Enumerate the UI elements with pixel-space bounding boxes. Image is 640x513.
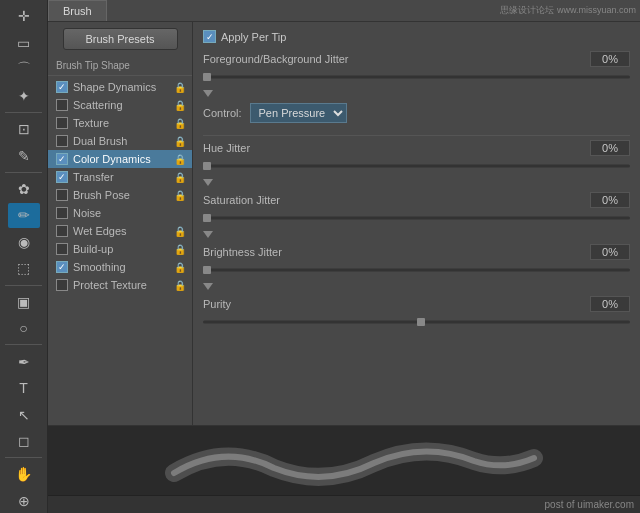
texture-checkbox[interactable]	[56, 117, 68, 129]
triangle-marker-1	[203, 90, 213, 97]
shape-dynamics-checkbox[interactable]	[56, 81, 68, 93]
crop-tool[interactable]: ⊡	[8, 117, 40, 142]
transfer-checkbox[interactable]	[56, 171, 68, 183]
brush-preview-svg	[144, 433, 544, 488]
saturation-jitter-thumb[interactable]	[203, 214, 211, 222]
scattering-checkbox[interactable]	[56, 99, 68, 111]
saturation-jitter-label: Saturation Jitter	[203, 194, 590, 206]
fg-bg-jitter-label: Foreground/Background Jitter	[203, 53, 590, 65]
brush-item-noise[interactable]: Noise	[48, 204, 192, 222]
heal-tool[interactable]: ✿	[8, 177, 40, 202]
toolbar: ✛ ▭ ⌒ ✦ ⊡ ✎ ✿ ✏ ◉ ⬚ ▣ ○ ✒ T ↖ ◻ ✋ ⊕	[0, 0, 48, 513]
brush-item-texture[interactable]: Texture 🔒	[48, 114, 192, 132]
main-panel: Brush 思缘设计论坛 www.missyuan.com Brush Pres…	[48, 0, 640, 513]
shape-dynamics-lock: 🔒	[174, 82, 186, 93]
brush-presets-button[interactable]: Brush Presets	[63, 28, 178, 50]
purity-input[interactable]	[590, 296, 630, 312]
type-tool[interactable]: T	[8, 376, 40, 401]
brightness-jitter-slider[interactable]	[203, 264, 630, 276]
buildup-label: Build-up	[73, 243, 113, 255]
protect-texture-checkbox[interactable]	[56, 279, 68, 291]
hand-tool[interactable]: ✋	[8, 462, 40, 487]
shape-dynamics-label: Shape Dynamics	[73, 81, 156, 93]
fg-bg-jitter-track	[203, 76, 630, 79]
tool-divider-3	[5, 285, 43, 286]
wand-tool[interactable]: ✦	[8, 84, 40, 109]
hue-jitter-label: Hue Jitter	[203, 142, 590, 154]
dual-brush-checkbox[interactable]	[56, 135, 68, 147]
control-select[interactable]: Off Fade Pen Pressure Pen Tilt Stylus Wh…	[250, 103, 347, 123]
marquee-tool[interactable]: ▭	[8, 31, 40, 56]
brush-item-shape-dynamics[interactable]: Shape Dynamics 🔒	[48, 78, 192, 96]
brush-pose-label: Brush Pose	[73, 189, 130, 201]
brush-item-brush-pose[interactable]: Brush Pose 🔒	[48, 186, 192, 204]
smoothing-checkbox[interactable]	[56, 261, 68, 273]
purity-thumb[interactable]	[417, 318, 425, 326]
apply-per-tip-checkbox[interactable]	[203, 30, 216, 43]
brush-tool[interactable]: ✏	[8, 203, 40, 228]
brush-item-protect-texture[interactable]: Protect Texture 🔒	[48, 276, 192, 294]
eraser-tool[interactable]: ⬚	[8, 256, 40, 281]
brush-item-smoothing[interactable]: Smoothing 🔒	[48, 258, 192, 276]
color-dynamics-checkbox[interactable]	[56, 153, 68, 165]
pen-tool[interactable]: ✒	[8, 349, 40, 374]
control-label: Control:	[203, 107, 242, 119]
brush-panel: Brush 思缘设计论坛 www.missyuan.com Brush Pres…	[48, 0, 640, 495]
apply-per-tip-label: Apply Per Tip	[221, 31, 286, 43]
dual-brush-label: Dual Brush	[73, 135, 127, 147]
hue-jitter-thumb[interactable]	[203, 162, 211, 170]
brush-item-wet-edges[interactable]: Wet Edges 🔒	[48, 222, 192, 240]
post-label: post of uimaker.com	[545, 499, 634, 510]
smoothing-lock: 🔒	[174, 262, 186, 273]
eyedropper-tool[interactable]: ✎	[8, 143, 40, 168]
lasso-tool[interactable]: ⌒	[8, 57, 40, 82]
brush-item-scattering[interactable]: Scattering 🔒	[48, 96, 192, 114]
clone-tool[interactable]: ◉	[8, 230, 40, 255]
triangle-marker-3	[203, 231, 213, 238]
wet-edges-checkbox[interactable]	[56, 225, 68, 237]
move-tool[interactable]: ✛	[8, 4, 40, 29]
brush-tip-shape-title: Brush Tip Shape	[48, 58, 192, 76]
tool-divider-2	[5, 172, 43, 173]
saturation-jitter-slider[interactable]	[203, 212, 630, 224]
shape-tool[interactable]: ◻	[8, 429, 40, 454]
brightness-jitter-label: Brightness Jitter	[203, 246, 590, 258]
brush-item-buildup[interactable]: Build-up 🔒	[48, 240, 192, 258]
wet-edges-lock: 🔒	[174, 226, 186, 237]
buildup-checkbox[interactable]	[56, 243, 68, 255]
purity-row: Purity	[203, 296, 630, 312]
zoom-tool[interactable]: ⊕	[8, 489, 40, 513]
fg-bg-jitter-thumb[interactable]	[203, 73, 211, 81]
gradient-tool[interactable]: ▣	[8, 289, 40, 314]
hue-jitter-input[interactable]	[590, 140, 630, 156]
brightness-jitter-input[interactable]	[590, 244, 630, 260]
fg-bg-jitter-slider[interactable]	[203, 71, 630, 83]
brush-pose-checkbox[interactable]	[56, 189, 68, 201]
brush-settings-panel: Apply Per Tip Foreground/Background Jitt…	[193, 22, 640, 425]
brush-item-transfer[interactable]: Transfer 🔒	[48, 168, 192, 186]
texture-label: Texture	[73, 117, 109, 129]
hue-jitter-slider[interactable]	[203, 160, 630, 172]
watermark: 思缘设计论坛 www.missyuan.com	[500, 4, 636, 17]
scattering-label: Scattering	[73, 99, 123, 111]
tool-divider-1	[5, 112, 43, 113]
noise-checkbox[interactable]	[56, 207, 68, 219]
fg-bg-jitter-row: Foreground/Background Jitter	[203, 51, 630, 67]
purity-slider[interactable]	[203, 316, 630, 328]
brightness-jitter-thumb[interactable]	[203, 266, 211, 274]
fg-bg-jitter-input[interactable]	[590, 51, 630, 67]
protect-texture-label: Protect Texture	[73, 279, 147, 291]
path-select-tool[interactable]: ↖	[8, 402, 40, 427]
dodge-tool[interactable]: ○	[8, 316, 40, 341]
texture-lock: 🔒	[174, 118, 186, 129]
saturation-jitter-input[interactable]	[590, 192, 630, 208]
brush-item-dual-brush[interactable]: Dual Brush 🔒	[48, 132, 192, 150]
triangle-marker-4	[203, 283, 213, 290]
brush-item-color-dynamics[interactable]: Color Dynamics 🔒	[48, 150, 192, 168]
brush-preview-area	[48, 425, 640, 495]
brush-pose-lock: 🔒	[174, 190, 186, 201]
saturation-jitter-track	[203, 217, 630, 220]
control-row: Control: Off Fade Pen Pressure Pen Tilt …	[203, 103, 630, 123]
brush-tab[interactable]: Brush	[48, 0, 107, 21]
brush-content: Brush Presets Brush Tip Shape Shape Dyna…	[48, 21, 640, 425]
